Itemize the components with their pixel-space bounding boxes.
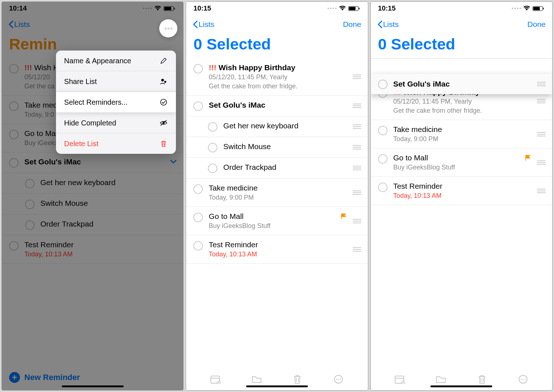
drag-handle-icon[interactable] xyxy=(537,189,546,193)
reminder-title: Set Golu's iMac xyxy=(209,101,265,109)
chevron-left-icon xyxy=(377,20,382,28)
back-label: Lists xyxy=(383,20,399,29)
reminder-title: Take medicine xyxy=(209,184,257,192)
reminder-note: Get the cake from other fridge. xyxy=(209,83,346,90)
nav-bar: Lists Done xyxy=(186,15,368,34)
selection-circle[interactable] xyxy=(378,183,388,192)
menu-share-list[interactable]: Share List xyxy=(56,71,176,92)
more-button[interactable] xyxy=(159,19,177,37)
calendar-add-icon[interactable] xyxy=(394,375,405,384)
reminder-note: Get the cake from other fridge. xyxy=(393,107,531,115)
ellipsis-circle-icon[interactable] xyxy=(518,375,529,384)
reminder-row[interactable]: Test Reminder Today, 10:13 AM xyxy=(186,235,368,264)
drag-handle-icon[interactable] xyxy=(537,99,546,103)
priority-marker: !!! xyxy=(209,63,216,72)
reminder-row[interactable]: Switch Mouse xyxy=(186,137,368,158)
status-icons xyxy=(512,6,543,11)
done-button[interactable]: Done xyxy=(343,20,361,29)
reminder-row[interactable]: Go to Mall Buy iGeeksBlog Stuff xyxy=(186,207,368,235)
reminder-subtitle: 05/12/20, 11:45 PM, Yearly xyxy=(393,98,531,105)
svg-point-20 xyxy=(521,379,522,380)
reminder-row[interactable]: Test Reminder Today, 10:13 AM xyxy=(371,177,552,205)
reminder-row[interactable]: !!!Wish Happy Birthday 05/12/20, 11:45 P… xyxy=(186,58,368,96)
selection-circle[interactable] xyxy=(193,213,203,222)
menu-hide-completed[interactable]: Hide Completed xyxy=(56,113,176,133)
calendar-add-icon[interactable] xyxy=(210,375,221,384)
screenshot-3: 10:15 Lists Done 0 Selected !!!Wish Happ… xyxy=(370,1,553,391)
flag-icon xyxy=(525,155,531,161)
dragged-reminder-row[interactable]: Set Golu's iMac xyxy=(371,74,552,94)
folder-icon[interactable] xyxy=(435,375,446,384)
drag-handle-icon[interactable] xyxy=(537,160,546,165)
share-people-icon xyxy=(159,77,168,86)
chevron-left-icon xyxy=(193,20,198,28)
trash-icon[interactable] xyxy=(292,375,303,384)
menu-label: Select Reminders... xyxy=(64,98,128,107)
cellular-dots-icon xyxy=(512,8,521,9)
trash-icon[interactable] xyxy=(477,375,487,384)
back-button[interactable]: Lists xyxy=(193,20,214,29)
selection-circle[interactable] xyxy=(193,241,203,251)
menu-name-appearance[interactable]: Name & Appearance xyxy=(56,51,176,71)
drag-handle-icon[interactable] xyxy=(537,82,546,86)
menu-label: Delete List xyxy=(64,140,99,148)
battery-icon xyxy=(533,6,543,11)
drag-handle-icon[interactable] xyxy=(353,191,361,195)
drag-handle-icon[interactable] xyxy=(353,75,361,79)
drag-handle-icon[interactable] xyxy=(353,145,361,149)
drag-handle-icon[interactable] xyxy=(353,124,361,129)
svg-point-1 xyxy=(164,81,166,83)
reminder-row[interactable]: Set Golu's iMac xyxy=(186,96,368,116)
reminder-subtitle: Today, 9:00 PM xyxy=(209,194,346,201)
folder-icon[interactable] xyxy=(251,375,262,384)
selection-circle[interactable] xyxy=(378,154,388,164)
reminders-list: !!!Wish Happy Birthday 05/12/20, 11:45 P… xyxy=(186,58,368,368)
selection-circle[interactable] xyxy=(378,126,388,135)
status-icons xyxy=(328,6,358,11)
drag-handle-icon[interactable] xyxy=(353,247,361,252)
reminder-row[interactable]: Take medicine Today, 9:00 PM xyxy=(371,120,552,148)
home-indicator[interactable] xyxy=(246,385,308,387)
flag-icon xyxy=(340,213,347,220)
done-button[interactable]: Done xyxy=(527,20,546,29)
reminder-subtitle: Buy iGeeksBlog Stuff xyxy=(209,222,346,230)
cellular-dots-icon xyxy=(328,8,337,9)
selection-circle[interactable] xyxy=(208,143,217,152)
reminder-title: Go to Mall xyxy=(209,212,244,221)
reminder-row[interactable]: Get her new keyboard xyxy=(186,116,368,137)
selection-circle[interactable] xyxy=(208,164,217,173)
page-title-row: 0 Selected xyxy=(371,34,552,59)
svg-point-12 xyxy=(338,379,339,380)
selection-circle[interactable] xyxy=(193,101,203,111)
selection-circle[interactable] xyxy=(193,184,203,194)
page-title: 0 Selected xyxy=(193,35,360,53)
home-indicator[interactable] xyxy=(430,385,492,387)
reminder-row[interactable]: Go to Mall Buy iGeeksBlog Stuff xyxy=(371,148,552,177)
page-title: 0 Selected xyxy=(378,35,545,53)
ellipsis-circle-icon[interactable] xyxy=(333,375,344,384)
selection-circle[interactable] xyxy=(193,64,203,73)
drag-handle-icon[interactable] xyxy=(537,132,546,136)
pencil-icon xyxy=(159,56,168,65)
svg-point-2 xyxy=(161,99,167,105)
svg-point-11 xyxy=(336,379,337,380)
reminder-row[interactable]: Take medicine Today, 9:00 PM xyxy=(186,179,368,207)
menu-select-reminders[interactable]: Select Reminders... xyxy=(56,92,176,113)
drag-handle-icon[interactable] xyxy=(353,104,361,108)
svg-line-4 xyxy=(161,120,167,126)
reminder-subtitle: Today, 9:00 PM xyxy=(393,135,531,143)
selection-circle[interactable] xyxy=(208,122,217,132)
page-title-row: 0 Selected xyxy=(186,34,368,58)
trash-icon xyxy=(159,139,168,148)
svg-point-22 xyxy=(524,379,525,380)
menu-delete-list[interactable]: Delete List xyxy=(56,133,176,154)
drag-handle-icon[interactable] xyxy=(353,219,361,223)
svg-point-21 xyxy=(522,379,523,380)
back-button[interactable]: Lists xyxy=(377,20,399,29)
drag-handle-icon[interactable] xyxy=(353,166,361,170)
reminder-row[interactable]: Order Trackpad xyxy=(186,158,368,179)
reminder-title: Set Golu's iMac xyxy=(393,80,450,88)
eye-slash-icon xyxy=(159,119,168,127)
selection-circle[interactable] xyxy=(378,80,388,89)
reminder-title: Wish Happy Birthday xyxy=(218,63,295,72)
